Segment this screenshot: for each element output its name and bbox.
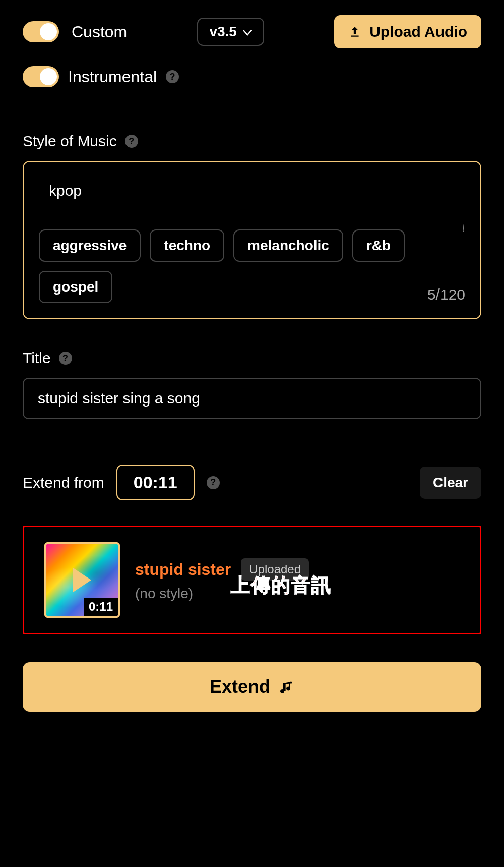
- help-icon[interactable]: ?: [166, 70, 179, 83]
- help-icon[interactable]: ?: [207, 476, 220, 489]
- custom-toggle[interactable]: [23, 21, 59, 42]
- chip-techno[interactable]: techno: [150, 229, 224, 262]
- track-duration: 0:11: [84, 598, 118, 616]
- instrumental-label: Instrumental: [68, 68, 157, 86]
- style-input[interactable]: kpop: [39, 177, 465, 204]
- help-icon[interactable]: ?: [59, 352, 72, 365]
- title-input[interactable]: [23, 378, 481, 419]
- extend-from-label: Extend from: [23, 474, 104, 491]
- extend-button[interactable]: Extend: [23, 662, 481, 712]
- annotation-text: 上傳的音訊: [231, 572, 332, 598]
- upload-icon: [348, 25, 361, 38]
- style-section-label: Style of Music ?: [23, 133, 481, 150]
- svg-point-0: [290, 682, 292, 684]
- track-thumbnail[interactable]: 0:11: [44, 542, 120, 618]
- help-icon[interactable]: ?: [125, 135, 138, 148]
- extend-button-label: Extend: [210, 676, 270, 698]
- play-icon: [73, 568, 91, 592]
- music-notes-icon: [278, 679, 294, 695]
- title-section-label: Title ?: [23, 350, 481, 367]
- char-count: 5/120: [427, 286, 465, 303]
- chip-melancholic[interactable]: melancholic: [233, 229, 343, 262]
- clear-button[interactable]: Clear: [420, 467, 481, 499]
- chip-rnb[interactable]: r&b: [352, 229, 405, 262]
- version-text: v3.5: [209, 24, 237, 40]
- custom-label: Custom: [72, 23, 127, 41]
- extend-time-input[interactable]: 00:11: [116, 465, 195, 500]
- chip-aggressive[interactable]: aggressive: [39, 229, 141, 262]
- style-chips: aggressive techno melancholic r&b gospel: [39, 229, 465, 303]
- upload-audio-button[interactable]: Upload Audio: [334, 15, 481, 48]
- instrumental-toggle[interactable]: [23, 66, 59, 87]
- version-dropdown[interactable]: v3.5: [197, 18, 264, 46]
- uploaded-track-card: 0:11 stupid sister Uploaded (no style) 上…: [23, 526, 481, 634]
- upload-label: Upload Audio: [369, 23, 467, 40]
- style-box: kpop ⟋ aggressive techno melancholic r&b…: [23, 161, 481, 319]
- chip-gospel[interactable]: gospel: [39, 271, 112, 303]
- track-title[interactable]: stupid sister: [135, 560, 231, 579]
- chevron-down-icon: [243, 29, 252, 35]
